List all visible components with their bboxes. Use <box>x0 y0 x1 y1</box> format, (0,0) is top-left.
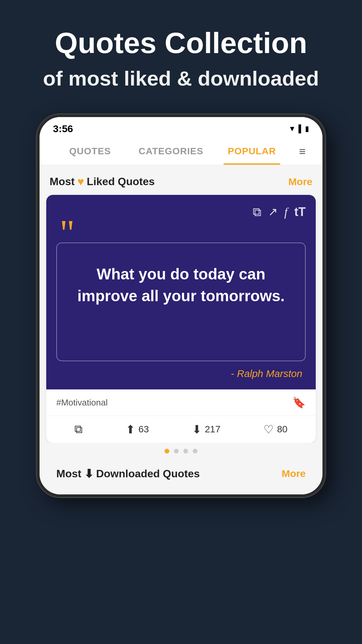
like-action[interactable]: ♡ 80 <box>263 423 287 436</box>
filter-icon[interactable]: ≡ <box>292 142 312 161</box>
font-size-icon[interactable]: tT <box>294 205 306 219</box>
most-liked-header: Most ♥ Liked Quotes More <box>46 172 316 195</box>
content-area: Most ♥ Liked Quotes More ⧉ ↗ f tT <box>40 165 322 494</box>
tab-categories[interactable]: CATEGORIES <box>130 138 211 165</box>
status-time: 3:56 <box>53 123 73 135</box>
wifi-icon <box>289 124 296 133</box>
quote-card: ⧉ ↗ f tT " What you do today can improve… <box>46 195 316 443</box>
copy-action[interactable]: ⧉ <box>74 423 82 436</box>
share-count: 63 <box>138 424 149 435</box>
quote-text: What you do today can improve all your t… <box>70 263 292 307</box>
dot-4 <box>193 449 197 453</box>
quote-actions: ⧉ ⬆ 63 ⬇ 217 ♡ 80 <box>46 416 316 443</box>
download-emoji: ⬇ <box>84 467 94 480</box>
section-title-liked: Most ♥ Liked Quotes <box>50 175 155 188</box>
dot-1 <box>165 449 169 453</box>
signal-icon <box>298 124 302 133</box>
heart-icon: ♥ <box>77 175 84 188</box>
like-count: 80 <box>277 424 287 435</box>
main-subtitle: of most liked & downloaded <box>20 66 342 91</box>
most-downloaded-header: Most ⬇ Downloaded Quotes More <box>46 460 316 488</box>
more-downloaded-link[interactable]: More <box>282 468 306 479</box>
phone-frame: 3:56 QUOTES CATEGORIES POPULAR ≡ <box>37 114 325 497</box>
font-icon[interactable]: f <box>284 205 288 219</box>
status-icons <box>289 124 309 133</box>
quote-author: - Ralph Marston <box>56 368 306 379</box>
more-liked-link[interactable]: More <box>288 176 312 187</box>
tab-popular[interactable]: POPULAR <box>212 138 292 165</box>
format-icon[interactable]: ↗ <box>268 205 278 219</box>
download-icon: ⬇ <box>192 423 201 436</box>
copy-style-icon[interactable]: ⧉ <box>253 205 261 219</box>
share-action[interactable]: ⬆ 63 <box>126 423 149 436</box>
main-title: Quotes Collection <box>20 27 342 59</box>
dot-3 <box>183 449 188 453</box>
bookmark-icon[interactable]: 🔖 <box>292 396 306 409</box>
quote-box: What you do today can improve all your t… <box>56 243 306 361</box>
share-icon: ⬆ <box>126 423 135 436</box>
battery-icon <box>305 124 309 133</box>
quote-footer: #Motivational 🔖 <box>46 389 316 416</box>
download-action[interactable]: ⬇ 217 <box>192 423 221 436</box>
status-bar: 3:56 <box>40 117 322 138</box>
quote-tools: ⧉ ↗ f tT <box>56 205 306 219</box>
header-section: Quotes Collection of most liked & downlo… <box>0 0 362 104</box>
download-count: 217 <box>205 424 221 435</box>
like-icon: ♡ <box>263 423 274 436</box>
tab-quotes[interactable]: QUOTES <box>50 138 130 165</box>
downloaded-title: Most ⬇ Downloaded Quotes <box>56 467 200 480</box>
phone-mockup: 3:56 QUOTES CATEGORIES POPULAR ≡ <box>37 114 325 497</box>
quote-image-area: ⧉ ↗ f tT " What you do today can improve… <box>46 195 316 389</box>
quote-tag: #Motivational <box>56 397 108 408</box>
copy-icon: ⧉ <box>74 423 82 436</box>
nav-tabs: QUOTES CATEGORIES POPULAR ≡ <box>40 138 322 165</box>
dot-2 <box>174 449 179 453</box>
dots-indicator <box>46 443 316 460</box>
opening-quotes: " <box>60 222 75 244</box>
